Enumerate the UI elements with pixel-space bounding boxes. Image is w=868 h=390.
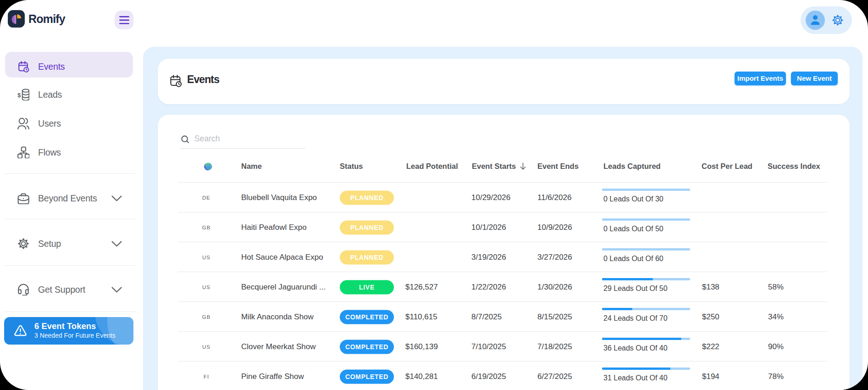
svg-text:$: $: [17, 92, 21, 99]
